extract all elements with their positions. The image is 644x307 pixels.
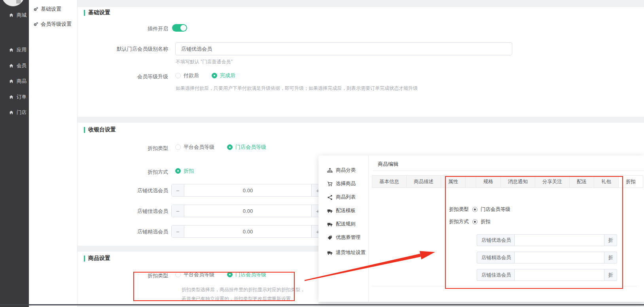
- section-title-text: 商品设置: [88, 255, 110, 262]
- product-discount-hint-line1: 折扣类型选择后，商品挂件里的折扣显示对应的折扣类型，: [182, 286, 305, 293]
- basic-settings-card: 基础设置 插件开启 默认门店会员级别名称 不填写默认 "门店普通会员" 会员等级…: [78, 7, 644, 117]
- overlay-tab-bar: 基本信息 商品描述 属性 规格 消息通知 分享关注 配送 礼包 折扣: [372, 175, 643, 188]
- overlay-sidebar: 商品分类 选择商品 商品列表 配送模板: [318, 155, 369, 302]
- submenu-item-label: 会员等级设置: [41, 21, 72, 28]
- upgrade-radio-group: 付款后 完成后: [175, 72, 235, 79]
- tab-product-description[interactable]: 商品描述: [406, 175, 441, 188]
- cart-icon: [327, 181, 333, 187]
- cashier-discount-type-group: 平台会员等级 门店会员等级: [175, 144, 266, 151]
- home-icon: [9, 13, 14, 18]
- radio-label: 平台会员等级: [184, 144, 214, 151]
- tab-specs[interactable]: 规格: [476, 175, 501, 188]
- stepper-value[interactable]: 0.00: [184, 205, 311, 217]
- section-title-basic: 基础设置: [84, 9, 110, 16]
- field-suffix-zhe: 折: [604, 234, 617, 246]
- secondary-sidebar: 基础设置 会: [29, 0, 78, 307]
- truck-icon: [327, 208, 333, 214]
- level-jiaxuan-stepper: − 0.00 +: [171, 205, 324, 217]
- home-icon: [9, 110, 14, 115]
- home-icon: [9, 79, 14, 84]
- decrement-button[interactable]: −: [172, 184, 184, 196]
- sidebar-item-stores[interactable]: 门店: [9, 109, 27, 116]
- overlay-discount-type-label: 折扣类型: [449, 206, 469, 213]
- radio-label: 折扣: [184, 167, 194, 174]
- home-icon: [9, 63, 14, 68]
- field-prepend-label: 店铺优选会员: [477, 234, 514, 246]
- radio-store-level[interactable]: 门店会员等级: [227, 271, 266, 278]
- discount-input-jingxuan[interactable]: [514, 252, 604, 263]
- overlay-menu-delivery-template[interactable]: 配送模板: [327, 207, 356, 214]
- discount-input-youxuan[interactable]: [514, 234, 604, 246]
- sidebar-item-label: 门店: [17, 109, 27, 116]
- tab-message-notify[interactable]: 消息通知: [500, 175, 535, 188]
- window-bottom-edge: [0, 304, 644, 305]
- tab-attributes[interactable]: 属性: [441, 175, 466, 188]
- tab-discount[interactable]: 折扣: [618, 175, 643, 188]
- plugin-enabled-label: 插件开启: [78, 25, 168, 32]
- overlay-discount-mode-value: 折扣: [481, 218, 491, 225]
- overlay-menu-coupon-management[interactable]: 优惠券管理: [327, 234, 361, 241]
- sidebar-item-mall[interactable]: 商城: [9, 12, 27, 19]
- decrement-button[interactable]: −: [172, 205, 184, 217]
- overlay-menu-delivery-rules[interactable]: 配送规则: [327, 221, 356, 227]
- submenu-item-member-level-settings[interactable]: 会员等级设置: [33, 21, 72, 28]
- overlay-menu-return-address[interactable]: 退货地址设置: [327, 249, 366, 256]
- tab-share-follow[interactable]: 分享关注: [535, 175, 570, 188]
- plugin-toggle[interactable]: [172, 24, 187, 32]
- overlay-menu-label: 优惠券管理: [336, 234, 361, 241]
- product-discount-type-group: 平台会员等级 门店会员等级: [175, 271, 266, 278]
- overlay-discount-mode-label: 折扣方式: [449, 218, 469, 225]
- tag-icon: [327, 235, 333, 241]
- overlay-menu-label: 配送模板: [336, 207, 356, 214]
- tab-gift-pack[interactable]: 礼包: [594, 175, 619, 188]
- toggle-knob: [180, 25, 186, 31]
- sitemap-icon: [327, 168, 333, 173]
- stepper-value[interactable]: 0.00: [184, 226, 311, 237]
- product-settings-card: 商品设置 折扣类型 平台会员等级 门店会员等级 折扣类型选择后，商品挂件里的折扣…: [78, 252, 318, 305]
- sidebar-item-products[interactable]: 商品: [9, 78, 27, 85]
- overlay-menu-label: 退货地址设置: [336, 249, 366, 256]
- cashier-discount-mode-label: 折扣方式: [78, 169, 168, 176]
- sidebar-item-label: 商品: [17, 78, 27, 85]
- radio-dot-selected: [227, 144, 233, 150]
- overlay-discount-type-row: 折扣类型 门店会员等级: [449, 206, 510, 213]
- overlay-menu-select-product[interactable]: 选择商品: [327, 180, 356, 187]
- discount-input-jiaxuan[interactable]: [514, 269, 604, 281]
- sidebar-item-apps[interactable]: 应用: [9, 47, 27, 53]
- overlay-field-jiaxuan: 店铺佳选会员 折: [477, 269, 617, 281]
- tab-delivery[interactable]: 配送: [569, 175, 594, 188]
- level-jiaxuan-label: 店铺佳选会员: [78, 208, 168, 215]
- overlay-menu-product-list[interactable]: 商品列表: [327, 194, 356, 201]
- submenu-item-basic-settings[interactable]: 基础设置: [33, 6, 61, 13]
- radio-selected[interactable]: [472, 207, 477, 212]
- section-title-product: 商品设置: [84, 255, 110, 262]
- radio-label: 门店会员等级: [235, 271, 266, 278]
- field-suffix-zhe: 折: [604, 252, 617, 263]
- radio-label: 付款后: [184, 72, 199, 79]
- overlay-menu-product-category[interactable]: 商品分类: [327, 167, 356, 174]
- sidebar-item-members[interactable]: 会员: [9, 63, 27, 69]
- decrement-button[interactable]: −: [172, 226, 184, 237]
- radio-platform-level[interactable]: 平台会员等级: [175, 271, 214, 278]
- radio-platform-level[interactable]: 平台会员等级: [175, 144, 214, 151]
- default-level-name-input[interactable]: [175, 42, 512, 55]
- tab-basic-info[interactable]: 基本信息: [372, 175, 407, 188]
- home-icon: [9, 47, 14, 53]
- sidebar-item-orders[interactable]: 订单: [9, 94, 27, 100]
- overlay-menu-label: 商品列表: [336, 194, 356, 201]
- product-discount-type-label: 折扣类型: [78, 272, 168, 279]
- truck-icon: [327, 250, 333, 256]
- radio-store-level[interactable]: 门店会员等级: [227, 144, 266, 151]
- cashier-discount-type-label: 折扣类型: [78, 145, 168, 152]
- section-title-text: 基础设置: [88, 9, 110, 16]
- overlay-menu-label: 配送规则: [336, 221, 356, 227]
- radio-label: 平台会员等级: [184, 271, 214, 278]
- radio-after-completion[interactable]: 完成后: [212, 72, 235, 79]
- stepper-value[interactable]: 0.00: [184, 184, 311, 196]
- radio-discount[interactable]: 折扣: [175, 167, 194, 174]
- radio-selected[interactable]: [472, 219, 477, 224]
- default-level-name-hint: 不填写默认 "门店普通会员": [176, 59, 233, 65]
- submenu-item-label: 基础设置: [41, 6, 61, 13]
- avatar[interactable]: [2, 0, 25, 6]
- radio-after-payment[interactable]: 付款后: [175, 72, 199, 79]
